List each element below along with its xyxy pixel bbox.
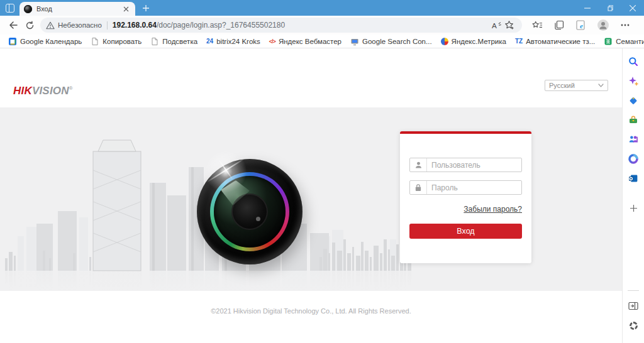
card-accent-bar (400, 131, 531, 134)
tab-close-icon[interactable] (121, 4, 131, 14)
browser-window: Вход (0, 0, 644, 343)
minimize-button[interactable] (576, 0, 599, 16)
username-input[interactable] (427, 161, 521, 170)
titlebar: Вход (0, 0, 644, 16)
back-icon[interactable] (5, 17, 21, 33)
bookmarks-bar: Google Календарь Копировать Подсветка 24… (0, 35, 644, 48)
not-secure-warning-icon (46, 21, 55, 30)
yandex-webmaster-icon: </> (269, 38, 275, 45)
password-input[interactable] (427, 183, 521, 192)
favorites-icon[interactable] (530, 18, 545, 33)
profile-avatar[interactable] (596, 18, 611, 33)
toolbar: Небезопасно 192.168.0.64/doc/page/login.… (0, 16, 644, 35)
tz-icon: TZ (515, 38, 523, 45)
url-text[interactable]: 192.168.0.64/doc/page/login.asp?_1676455… (113, 21, 285, 30)
bookmark-yandex-webmaster[interactable]: </> Яндекс Вебмастер (265, 37, 346, 46)
google-calendar-icon (8, 37, 17, 46)
tab-title: Вход (36, 5, 121, 13)
outlook-icon[interactable] (625, 170, 641, 187)
bookmark-highlight[interactable]: Подсветка (146, 36, 202, 46)
bookmark-bitrix24[interactable]: 24 bitrix24 Kroks (202, 37, 265, 46)
tab-actions-icon[interactable] (6, 4, 14, 13)
user-icon (410, 158, 427, 172)
copyright-text: ©2021 Hikvision Digital Technology Co., … (211, 307, 411, 343)
login-button[interactable]: Вход (409, 224, 522, 239)
new-tab-button[interactable] (141, 3, 151, 13)
username-field-wrap (409, 158, 522, 172)
divider (107, 21, 108, 30)
document-icon (150, 37, 159, 46)
read-aloud-icon[interactable]: A (489, 18, 502, 32)
browser-tab[interactable]: Вход (19, 2, 135, 16)
document-icon (91, 37, 99, 46)
search-console-icon (350, 37, 359, 46)
sidebar-add-icon[interactable] (625, 200, 641, 216)
url-path: /doc/page/login.asp?_1676455502180 (157, 21, 285, 30)
sidebar-settings-gear-icon[interactable] (625, 317, 641, 334)
green-sheet-icon (604, 37, 613, 46)
hikvision-logo: HIKVISION® (13, 85, 73, 97)
lock-icon (410, 181, 427, 194)
bookmark-auto-tz[interactable]: TZ Автоматические тз... (511, 37, 599, 46)
settings-menu-icon[interactable] (618, 18, 633, 33)
language-select[interactable]: Русский (545, 80, 608, 91)
shopping-tag-icon[interactable] (625, 92, 641, 109)
window-controls (576, 0, 644, 16)
address-bar[interactable]: Небезопасно 192.168.0.64/doc/page/login.… (40, 18, 522, 33)
hero-banner: Забыли пароль? Вход (0, 107, 622, 291)
bookmark-search-console[interactable]: Google Search Con... (346, 36, 436, 46)
collections-icon[interactable] (552, 18, 567, 33)
search-icon[interactable] (625, 53, 641, 70)
copilot-sparkle-icon[interactable] (625, 73, 641, 89)
ie-mode-icon[interactable]: e (574, 18, 589, 33)
bookmark-semantics[interactable]: Семантика для htt... (599, 36, 644, 46)
edge-sidebar (622, 48, 644, 343)
yandex-metrika-icon (441, 38, 448, 45)
chevron-down-icon (598, 84, 604, 87)
security-label[interactable]: Небезопасно (58, 21, 102, 29)
microsoft-365-icon[interactable] (625, 151, 641, 167)
camera-favicon-icon (24, 5, 32, 13)
refresh-icon[interactable] (21, 17, 38, 33)
add-favorite-icon[interactable] (502, 18, 516, 32)
toolbox-icon[interactable] (625, 112, 641, 128)
svg-text:A: A (491, 21, 496, 29)
sidebar-panel-toggle-icon[interactable] (625, 298, 641, 314)
divider (628, 290, 639, 291)
svg-text:e: e (580, 22, 583, 30)
language-value: Русский (549, 82, 598, 89)
url-host: 192.168.0.64 (113, 21, 157, 30)
password-field-wrap (409, 180, 522, 195)
restore-button[interactable] (599, 0, 621, 16)
close-window-button[interactable] (621, 0, 644, 16)
page-footer: ©2021 Hikvision Digital Technology Co., … (0, 291, 622, 343)
toolbar-right-icons: e (530, 18, 633, 33)
login-page: HIKVISION® Русский (0, 48, 622, 343)
games-icon[interactable] (625, 131, 641, 148)
bitrix24-icon: 24 (206, 38, 213, 45)
forgot-password-link[interactable]: Забыли пароль? (464, 205, 522, 214)
bookmark-copy[interactable]: Копировать (86, 36, 146, 46)
camera-lens-image (197, 159, 303, 264)
bookmark-google-calendar[interactable]: Google Календарь (4, 36, 86, 46)
bookmark-yandex-metrika[interactable]: Яндекс.Метрика (436, 37, 511, 46)
lens-flare (202, 148, 250, 195)
login-card: Забыли пароль? Вход (400, 131, 531, 263)
page-header: HIKVISION® Русский (0, 48, 622, 107)
